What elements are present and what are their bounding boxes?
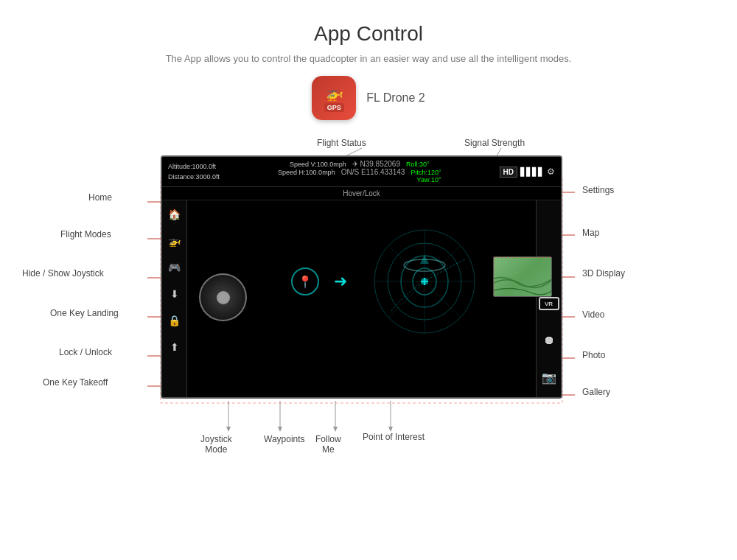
drone-right-sidebar: VR ⏺ 📷 🖼: [536, 200, 561, 399]
hide-show-joystick-label: Hide / Show Joystick: [22, 268, 104, 279]
one-key-landing-label: One Key Landing: [50, 308, 119, 318]
signal-bars-icon: ▋▋▋▋: [520, 167, 544, 177]
arrow-icon: ➜: [334, 272, 347, 291]
topbar-left: Altitude:1000.0ft Distance:3000.0ft: [168, 161, 220, 183]
page-title: App Control: [0, 22, 737, 46]
flight-status-label: Flight Status: [317, 138, 366, 148]
topbar-center: Speed V:100.0mph ✈ N39.852069 Roll:30° S…: [278, 160, 441, 183]
gallery-label: Gallery: [582, 387, 610, 397]
drone-topbar: Altitude:1000.0ft Distance:3000.0ft Spee…: [162, 157, 561, 187]
display-3d-label: 3D Display: [582, 268, 625, 279]
settings-gear-icon: ⚙: [547, 167, 555, 177]
settings-label: Settings: [582, 185, 614, 195]
vr-icon: VR: [539, 297, 559, 310]
waypoints-icon: 📍: [291, 267, 319, 295]
joystick-knob: [217, 291, 230, 304]
topbar-right-icons: HD ▋▋▋▋ ⚙: [500, 167, 555, 178]
altitude-reading: Altitude:1000.0ft: [168, 161, 220, 172]
gps-icon-area: ✈ N39.852069: [352, 160, 400, 168]
diagram-container: Flight Status Signal Strength Home Fligh…: [0, 133, 737, 546]
speed-gps-row: Speed V:100.0mph ✈ N39.852069 Roll:30°: [290, 160, 430, 168]
photo-label: Photo: [582, 350, 605, 360]
map-svg: [494, 257, 552, 297]
speed-h: Speed H:100.0mph: [278, 169, 335, 176]
roll-reading: Roll:30°: [406, 161, 430, 168]
video-icon: ⏺: [543, 334, 555, 347]
gps-status-area: ON/S E116.433143: [341, 168, 405, 176]
page-subtitle: The App allows you to control the quadco…: [0, 53, 737, 64]
svg-marker-17: [278, 427, 282, 432]
joystick-mode-label: JoystickMode: [200, 434, 232, 455]
header-section: App Control The App allows you to contro…: [0, 0, 737, 64]
waypoints-label: Waypoints: [264, 434, 305, 444]
point-of-interest-label: Point of Interest: [363, 432, 425, 442]
speed-v: Speed V:100.0mph: [290, 161, 346, 168]
drone-icon: 🚁: [325, 84, 343, 102]
drone-center-content: 📍 ➜: [162, 200, 561, 399]
map-thumbnail: [493, 256, 552, 297]
hover-lock-bar: Hover/Lock: [162, 187, 561, 200]
speed2-gps2-row: Speed H:100.0mph ON/S E116.433143 Pitch:…: [278, 168, 441, 176]
map-label: Map: [582, 228, 599, 238]
camera-icon: 📷: [542, 371, 556, 385]
hover-lock-text: Hover/Lock: [343, 189, 380, 197]
home-label: Home: [88, 192, 112, 203]
svg-marker-21: [388, 427, 393, 432]
app-icon: 🚁 GPS: [312, 76, 356, 120]
svg-marker-15: [226, 427, 231, 432]
drone-app-screen: Altitude:1000.0ft Distance:3000.0ft Spee…: [161, 155, 562, 399]
app-info-row: 🚁 GPS FL Drone 2: [0, 76, 737, 120]
pitch-reading: Pitch:120°: [411, 169, 441, 176]
one-key-takeoff-label: One Key Takeoff: [43, 377, 108, 388]
lock-unlock-label: Lock / Unlock: [59, 347, 112, 357]
yaw-reading: Yaw:10°: [278, 176, 441, 183]
flight-modes-label: Flight Modes: [60, 229, 111, 239]
svg-marker-19: [333, 427, 338, 432]
distance-reading: Distance:3000.0ft: [168, 172, 220, 182]
left-joystick: [199, 273, 247, 321]
signal-strength-label: Signal Strength: [464, 138, 525, 148]
hd-badge: HD: [500, 167, 517, 178]
video-label: Video: [582, 309, 604, 320]
drone-main-area: 🏠 🚁 🎮 ⬇ 🔒 ⬆ 📍 ➜: [162, 200, 561, 399]
follow-me-label: FollowMe: [315, 434, 341, 455]
app-name: FL Drone 2: [366, 91, 425, 105]
drone-radar-svg: [369, 223, 480, 340]
svg-rect-36: [494, 257, 552, 297]
gps-label: GPS: [324, 103, 344, 112]
